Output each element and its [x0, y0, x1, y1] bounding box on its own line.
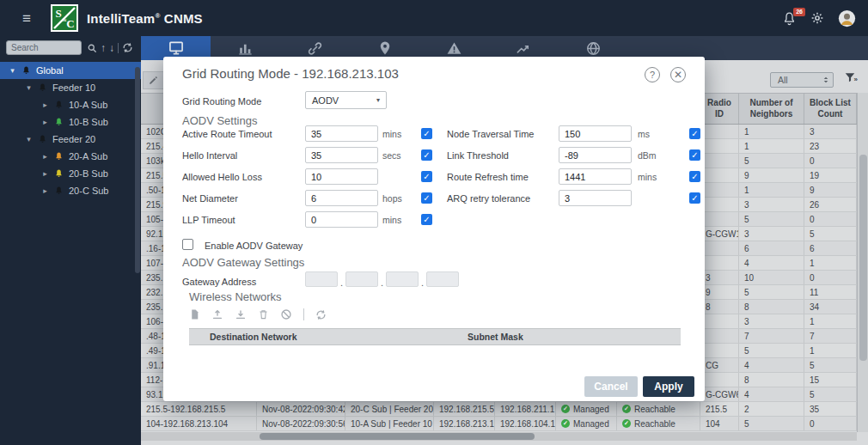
field-input-active-route-timeout[interactable] [305, 125, 378, 142]
enable-aodv-gateway-checkbox[interactable] [182, 239, 193, 250]
cell-radio [700, 212, 739, 226]
table-row[interactable]: 215.5-192.168.215.5Nov-08-2022:09:30:42:… [141, 402, 857, 417]
field-input-node-traversal-time[interactable] [559, 125, 632, 142]
vertical-scrollbar[interactable] [857, 93, 868, 432]
field-checkbox-hello-interval[interactable]: ✓ [421, 149, 432, 161]
sidebar-item-feeder-10[interactable]: ▾Feeder 10 [0, 79, 141, 96]
gateway-octet-1[interactable] [305, 271, 338, 287]
refresh-icon[interactable] [122, 42, 133, 53]
bar-chart-icon [237, 40, 254, 57]
edit-pencil-button[interactable] [143, 71, 164, 89]
sidebar-scrollbar[interactable] [135, 67, 140, 273]
column-header-block[interactable]: Block List Count [804, 94, 857, 124]
chevron-down-icon[interactable]: ▾ [9, 66, 16, 75]
sidebar-item-20-c-sub[interactable]: ▸20-C Sub [0, 182, 141, 199]
close-icon[interactable]: ✕ [670, 67, 686, 82]
search-icon[interactable] [87, 43, 97, 53]
chevron-right-icon[interactable]: ▸ [41, 101, 49, 109]
gateway-address-label: Gateway Address [182, 277, 256, 287]
sidebar-item-20-b-sub[interactable]: ▸20-B Sub [0, 165, 141, 182]
notification-badge: 26 [793, 8, 805, 16]
field-input-hello-interval[interactable] [305, 147, 378, 163]
field-checkbox-llp-timeout[interactable]: ✓ [421, 214, 432, 225]
cell-block: 0 [804, 417, 857, 430]
cell-ip: 192.168.215.5 [434, 402, 495, 416]
grid-routing-mode-select[interactable]: AODV ▾ [305, 91, 387, 109]
field-input-llp-timeout[interactable] [305, 211, 378, 228]
field-checkbox-net-diameter[interactable]: ✓ [421, 192, 432, 204]
field-checkbox-allowed-hello-loss[interactable]: ✓ [421, 171, 432, 182]
cell-neighbors: 4 [739, 387, 804, 401]
field-label-link-threshold: Link Threshold [447, 150, 509, 161]
gear-icon[interactable] [810, 11, 824, 25]
avatar[interactable] [838, 9, 856, 27]
upload-icon[interactable] [211, 308, 223, 320]
cell-block: 0 [804, 271, 857, 284]
cell-radio: CG [700, 358, 739, 372]
column-header-neighbors[interactable]: Number of Neighbors [739, 94, 804, 124]
field-input-allowed-hello-loss[interactable] [305, 168, 378, 185]
chevron-right-icon[interactable]: ▸ [41, 186, 49, 195]
refresh-icon[interactable] [315, 309, 327, 320]
arrow-up-icon[interactable]: ↑ [101, 43, 106, 53]
chevron-down-icon[interactable]: ▾ [25, 83, 33, 92]
chevron-right-icon[interactable]: ▸ [41, 152, 49, 161]
cell-radio [700, 125, 739, 138]
search-input[interactable] [6, 40, 82, 55]
gateway-octet-3[interactable] [386, 271, 419, 287]
filter-all-select[interactable]: All [770, 72, 834, 88]
horizontal-scroll-thumb[interactable] [260, 433, 535, 440]
field-checkbox-link-threshold[interactable]: ✓ [689, 149, 700, 161]
cell-managed: ✓Managed [556, 402, 617, 416]
sidebar-item-20-a-sub[interactable]: ▸20-A Sub [0, 148, 141, 165]
field-checkbox-active-route-timeout[interactable]: ✓ [421, 128, 432, 139]
svg-text:C: C [66, 17, 74, 30]
grid-routing-mode-dialog: Grid Routing Mode - 192.168.213.103 ? ✕ … [163, 57, 705, 401]
hamburger-menu-icon[interactable]: ≡ [22, 11, 31, 26]
cell-radio [700, 314, 739, 328]
arrow-down-icon[interactable]: ↓ [109, 43, 114, 53]
bell-status-icon [54, 117, 64, 127]
chevron-down-icon[interactable]: ▾ [25, 135, 33, 143]
monitor-icon [168, 40, 185, 57]
vertical-scroll-thumb[interactable] [859, 155, 867, 361]
destination-network-header: Destination Network [210, 329, 297, 344]
file-icon[interactable] [189, 308, 200, 320]
field-input-link-threshold[interactable] [559, 147, 632, 163]
sidebar-item-feeder-20[interactable]: ▾Feeder 20 [0, 131, 141, 148]
cell-neighbors: 4 [739, 256, 804, 270]
cancel-circle-icon[interactable] [280, 308, 292, 320]
field-input-route-refresh-time[interactable] [559, 168, 632, 185]
field-checkbox-arq-retry-tolerance[interactable]: ✓ [689, 192, 700, 204]
field-checkbox-node-traversal-time[interactable]: ✓ [689, 128, 700, 139]
table-row[interactable]: 104-192.168.213.104Nov-08-2022:09:30:56:… [141, 417, 857, 431]
chevron-right-icon[interactable]: ▸ [41, 118, 49, 126]
cell-block: 0 [804, 154, 857, 168]
gateway-octet-2[interactable] [345, 271, 378, 287]
sidebar-item-10-a-sub[interactable]: ▸10-A Sub [0, 96, 141, 113]
apply-button[interactable]: Apply [643, 376, 694, 397]
column-header-radio[interactable]: Radio ID [700, 94, 739, 124]
horizontal-scrollbar[interactable] [141, 432, 857, 441]
filter-funnel-button[interactable]: » [844, 71, 858, 83]
notifications-bell-icon[interactable]: 26 [782, 11, 797, 26]
bell-status-icon [54, 186, 64, 196]
field-input-net-diameter[interactable] [305, 190, 378, 206]
cell-block: 9 [804, 183, 857, 197]
field-input-arq-retry-tolerance[interactable] [559, 190, 632, 206]
chevron-right-icon[interactable]: ▸ [41, 169, 49, 178]
cell-radio [700, 183, 739, 197]
trash-icon[interactable] [258, 308, 269, 320]
sidebar-item-10-b-sub[interactable]: ▸10-B Sub [0, 113, 141, 131]
field-label-allowed-hello-loss: Allowed Hello Loss [182, 172, 262, 182]
help-icon[interactable]: ? [645, 67, 660, 82]
cancel-button[interactable]: Cancel [584, 376, 638, 397]
field-checkbox-route-refresh-time[interactable]: ✓ [689, 171, 700, 182]
cell-block: 5 [804, 387, 857, 401]
sidebar-item-global[interactable]: ▾Global [0, 62, 141, 79]
status-ok-icon: ✓ [622, 405, 631, 413]
gateway-octet-4[interactable] [426, 271, 459, 287]
field-unit-node-traversal-time: ms [638, 129, 650, 139]
download-icon[interactable] [235, 308, 247, 320]
cell-block: 19 [804, 168, 857, 182]
